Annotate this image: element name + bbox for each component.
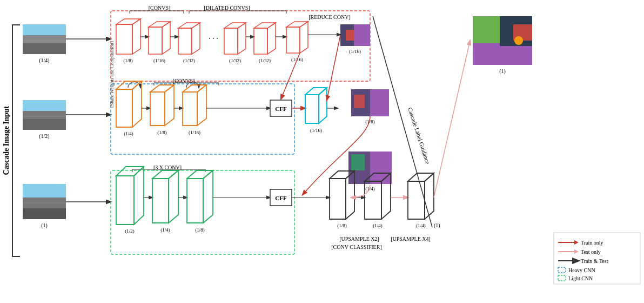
svg-marker-117	[319, 88, 327, 123]
svg-marker-155	[574, 249, 579, 254]
svg-line-163	[281, 53, 300, 99]
svg-rect-159	[558, 267, 566, 273]
svg-marker-127	[365, 173, 391, 181]
svg-marker-74	[165, 85, 174, 126]
svg-rect-112	[270, 189, 292, 206]
svg-text:(1/4): (1/4)	[365, 186, 375, 192]
svg-text:(1/32): (1/32)	[259, 58, 271, 63]
svg-marker-35	[162, 22, 170, 54]
svg-rect-81	[351, 89, 389, 116]
svg-text:Heavy CNN: Heavy CNN	[568, 267, 595, 273]
svg-marker-92	[134, 167, 144, 225]
svg-text:[UPSAMPLE X4]: [UPSAMPLE X4]	[391, 236, 431, 242]
svg-text:Train & Test: Train & Test	[581, 258, 608, 264]
svg-marker-73	[150, 85, 174, 92]
svg-text:. . .: . . .	[209, 32, 218, 41]
svg-rect-110	[270, 100, 292, 116]
svg-text:(1/8): (1/8)	[337, 223, 347, 228]
svg-rect-6	[23, 119, 66, 130]
svg-rect-144	[473, 43, 532, 65]
svg-marker-29	[116, 19, 140, 24]
svg-marker-77	[183, 92, 197, 126]
svg-marker-50	[267, 23, 276, 54]
svg-marker-44	[224, 23, 246, 28]
svg-rect-83	[354, 95, 365, 108]
svg-rect-143	[473, 16, 500, 43]
svg-text:[3 X CONV]: [3 X CONV]	[153, 164, 182, 170]
svg-marker-95	[152, 179, 169, 223]
svg-marker-97	[169, 170, 178, 223]
svg-rect-85	[111, 170, 294, 254]
svg-marker-38	[178, 28, 192, 54]
svg-text:[CONV CLASSIFIER]: [CONV CLASSIFIER]	[331, 244, 381, 250]
svg-text:(1/4): (1/4)	[39, 57, 49, 64]
svg-text:Cascade Label Guidance: Cascade Label Guidance	[407, 107, 431, 165]
svg-rect-61	[111, 84, 294, 154]
svg-rect-146	[513, 24, 532, 41]
svg-marker-122	[330, 171, 354, 179]
svg-marker-102	[203, 170, 213, 223]
svg-text:(1/16): (1/16)	[153, 58, 165, 63]
svg-marker-126	[365, 181, 381, 219]
svg-text:(1/2): (1/2)	[39, 133, 49, 140]
svg-marker-101	[187, 170, 213, 179]
svg-text:[DILATED CONVS]: [DILATED CONVS]	[204, 5, 250, 11]
svg-marker-78	[183, 85, 206, 92]
svg-marker-133	[425, 173, 434, 219]
svg-marker-68	[116, 81, 142, 89]
svg-rect-104	[348, 152, 392, 184]
svg-marker-43	[224, 28, 238, 54]
svg-rect-9	[23, 197, 66, 208]
svg-rect-4	[23, 100, 66, 130]
svg-marker-53	[286, 27, 300, 53]
svg-rect-82	[351, 89, 370, 116]
svg-text:[UPSAMPLE X2]: [UPSAMPLE X2]	[339, 236, 379, 242]
svg-marker-40	[192, 23, 200, 54]
svg-text:(1/2): (1/2)	[125, 228, 135, 234]
svg-line-149	[434, 41, 470, 197]
svg-text:(1/8): (1/8)	[195, 227, 205, 233]
svg-text:(1/16): (1/16)	[349, 49, 361, 54]
svg-line-141	[327, 35, 340, 100]
svg-marker-49	[254, 23, 276, 28]
svg-text:(1/8): (1/8)	[157, 130, 167, 135]
svg-text:(1/4): (1/4)	[160, 227, 170, 233]
svg-text:(1/8): (1/8)	[365, 119, 375, 124]
svg-rect-10	[23, 208, 66, 219]
left-bracket	[12, 24, 20, 257]
svg-marker-123	[346, 171, 354, 219]
svg-text:CFF: CFF	[275, 106, 287, 112]
svg-text:{Share Weights and Computation: {Share Weights and Computation}	[109, 41, 115, 108]
svg-rect-18	[111, 11, 370, 81]
svg-text:[CONVS]: [CONVS]	[149, 5, 171, 11]
svg-text:(1/16): (1/16)	[189, 130, 200, 135]
svg-text:(1/4): (1/4)	[124, 131, 133, 136]
svg-marker-96	[152, 170, 178, 179]
svg-rect-1	[23, 35, 66, 43]
svg-rect-59	[346, 30, 354, 41]
svg-text:(1): (1)	[41, 222, 48, 229]
cascade-image-input-label: Cascade Image Input	[1, 27, 12, 254]
annotations	[0, 0, 644, 303]
diagram-svg: (1/4) (1/2) (1) [CONVS] [DILATED CONVS] …	[0, 0, 644, 303]
svg-text:Train only: Train only	[581, 240, 603, 246]
svg-text:(1/32): (1/32)	[229, 58, 241, 63]
svg-marker-55	[300, 22, 308, 53]
svg-marker-100	[187, 179, 203, 223]
svg-rect-8	[23, 184, 66, 219]
svg-text:[REDUCE CONV]: [REDUCE CONV]	[308, 14, 351, 20]
svg-marker-34	[149, 22, 170, 27]
svg-marker-121	[330, 179, 346, 219]
svg-marker-90	[116, 176, 134, 225]
svg-text:(1): (1)	[499, 68, 506, 75]
svg-rect-58	[340, 24, 354, 46]
svg-text:Test only: Test only	[581, 249, 601, 255]
svg-text:(1): (1)	[434, 222, 440, 229]
svg-text:(1/8): (1/8)	[123, 58, 133, 63]
svg-rect-57	[340, 24, 370, 46]
svg-rect-161	[558, 275, 566, 281]
svg-marker-28	[116, 24, 132, 54]
main-diagram: Cascade Image Input (1/4)	[0, 0, 644, 303]
svg-rect-105	[348, 152, 370, 184]
svg-marker-116	[305, 88, 327, 95]
